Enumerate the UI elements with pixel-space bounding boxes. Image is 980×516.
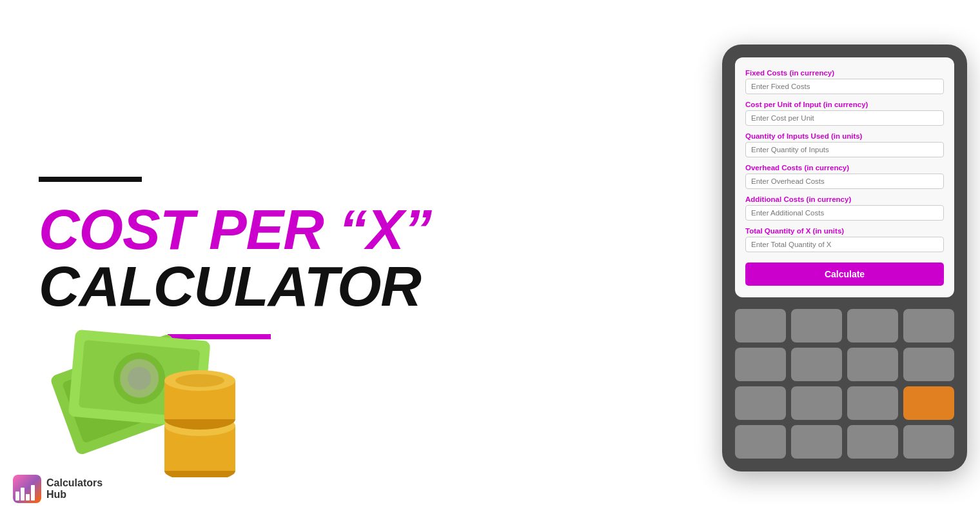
calc-key-10[interactable] [791, 386, 842, 420]
calc-key-14[interactable] [791, 425, 842, 459]
calc-key-6[interactable] [791, 348, 842, 381]
field-group-1: Cost per Unit of Input (in currency) [745, 101, 944, 126]
svg-point-16 [175, 374, 224, 387]
calculate-button[interactable]: Calculate [745, 263, 944, 286]
calc-key-11[interactable] [847, 386, 898, 420]
calculator-screen: Fixed Costs (in currency)Cost per Unit o… [735, 57, 954, 297]
logo-bar3 [26, 494, 30, 501]
logo-bar2 [21, 488, 24, 501]
field-label-0: Fixed Costs (in currency) [745, 69, 944, 77]
title-line1: COST PER “X” [39, 201, 671, 258]
calc-key-13[interactable] [735, 425, 786, 459]
logo-icon [13, 475, 41, 503]
field-group-3: Overhead Costs (in currency) [745, 164, 944, 189]
field-input-2[interactable] [745, 142, 944, 157]
field-group-0: Fixed Costs (in currency) [745, 69, 944, 94]
right-section: Fixed Costs (in currency)Cost per Unit o… [709, 0, 980, 516]
logo-text: Calculators Hub [46, 477, 103, 500]
field-input-5[interactable] [745, 237, 944, 252]
field-label-1: Cost per Unit of Input (in currency) [745, 101, 944, 108]
calc-key-9[interactable] [735, 386, 786, 420]
field-input-1[interactable] [745, 110, 944, 126]
top-decorative-line [39, 177, 142, 182]
field-input-3[interactable] [745, 174, 944, 189]
fields-container: Fixed Costs (in currency)Cost per Unit o… [745, 69, 944, 252]
calc-key-5[interactable] [735, 348, 786, 381]
field-label-2: Quantity of Inputs Used (in units) [745, 132, 944, 140]
logo-bar4 [31, 485, 35, 501]
field-label-3: Overhead Costs (in currency) [745, 164, 944, 172]
calc-key-8[interactable] [903, 348, 954, 381]
calc-key-2[interactable] [791, 309, 842, 342]
field-input-0[interactable] [745, 79, 944, 94]
calculator-keypad [735, 309, 954, 459]
calc-key-12-orange[interactable] [903, 386, 954, 420]
logo-area: Calculators Hub [13, 475, 103, 503]
field-group-2: Quantity of Inputs Used (in units) [745, 132, 944, 157]
left-section: COST PER “X” CALCULATOR [0, 0, 709, 516]
logo-bar1 [15, 491, 19, 501]
calc-key-16[interactable] [903, 425, 954, 459]
calculator-body: Fixed Costs (in currency)Cost per Unit o… [722, 45, 967, 471]
calc-key-1[interactable] [735, 309, 786, 342]
calc-key-15[interactable] [847, 425, 898, 459]
field-group-5: Total Quantity of X (in units) [745, 227, 944, 252]
field-label-4: Additional Costs (in currency) [745, 195, 944, 203]
calc-key-4[interactable] [903, 309, 954, 342]
field-group-4: Additional Costs (in currency) [745, 195, 944, 221]
field-input-4[interactable] [745, 205, 944, 221]
money-illustration [39, 297, 258, 477]
calc-key-7[interactable] [847, 348, 898, 381]
calc-key-3[interactable] [847, 309, 898, 342]
field-label-5: Total Quantity of X (in units) [745, 227, 944, 235]
